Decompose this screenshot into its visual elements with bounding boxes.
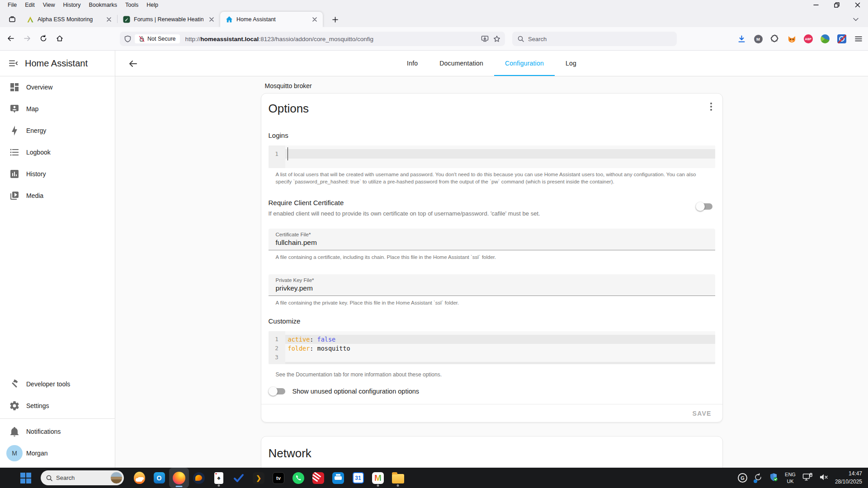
taskbar-search[interactable]: Search <box>41 470 124 485</box>
shield-icon[interactable] <box>124 35 131 42</box>
addon-header: Info Documentation Configuration Log <box>115 51 868 76</box>
tray-clock[interactable]: 14:47 28/10/2025 <box>835 470 862 486</box>
firefox-view-button[interactable] <box>5 14 19 25</box>
customize-editor[interactable]: 1 2 3 active: false folder: mosquitto <box>269 331 715 364</box>
save-button[interactable]: SAVE <box>689 408 715 419</box>
home-button[interactable] <box>52 31 67 46</box>
url-host: homeassistant.local <box>200 36 259 42</box>
certificate-file-field[interactable]: Certificate File* fullchain.pem <box>269 229 715 250</box>
close-icon <box>209 17 214 22</box>
not-secure-chip[interactable]: Not Secure <box>135 34 180 43</box>
taskbar-app-file-explorer[interactable] <box>388 468 408 488</box>
account-button[interactable]: M <box>753 34 763 44</box>
reload-button[interactable] <box>36 31 51 46</box>
search-bar[interactable]: Search <box>512 32 677 46</box>
list-all-tabs-button[interactable] <box>850 14 862 25</box>
tab-close-button[interactable] <box>207 15 216 24</box>
window-close-button[interactable] <box>847 0 868 10</box>
taskbar-app-whatsapp[interactable] <box>288 468 308 488</box>
tab-configuration[interactable]: Configuration <box>494 51 555 76</box>
tab-documentation[interactable]: Documentation <box>429 51 494 76</box>
tab-info[interactable]: Info <box>396 51 429 76</box>
address-bar[interactable]: Not Secure http://homeassistant.local:81… <box>120 32 505 46</box>
taskbar-app-thunderbird[interactable] <box>189 468 209 488</box>
taskbar-app-apple-tv[interactable]: tv <box>269 468 288 488</box>
idm-button[interactable] <box>820 34 830 44</box>
show-unused-options-toggle[interactable] <box>270 388 285 394</box>
minimize-icon <box>813 2 819 8</box>
downloads-button[interactable] <box>736 34 746 44</box>
taskbar-app-google-calendar[interactable]: 31 <box>348 468 368 488</box>
tray-network-icon[interactable] <box>802 473 812 483</box>
taskbar-app-red[interactable] <box>308 468 328 488</box>
home-assistant-app: Home Assistant Overview Map Energy Logbo… <box>0 51 868 468</box>
editor-padding <box>285 362 715 364</box>
tab-close-button[interactable] <box>310 15 319 24</box>
hamburger-menu-icon <box>855 36 862 42</box>
back-button[interactable] <box>4 31 18 46</box>
menu-bookmarks[interactable]: Bookmarks <box>85 1 121 9</box>
content-blocker-button[interactable] <box>837 34 847 44</box>
taskbar-app-outlook[interactable]: O <box>149 468 169 488</box>
tab-title: Home Assistant <box>236 16 307 23</box>
sidebar-item-energy[interactable]: Energy <box>0 120 115 141</box>
sidebar-item-notifications[interactable]: Notifications <box>0 421 115 442</box>
menu-help[interactable]: Help <box>142 1 162 9</box>
tray-language-switcher[interactable]: ENG UK <box>785 471 796 484</box>
menu-view[interactable]: View <box>39 1 59 9</box>
sync-badge <box>754 479 757 483</box>
adblock-plus-button[interactable]: ABP <box>803 34 813 44</box>
speaker-mute-icon <box>819 473 828 481</box>
menu-history[interactable]: History <box>59 1 85 9</box>
tray-g-app-icon[interactable]: G <box>738 473 747 483</box>
save-page-icon[interactable] <box>481 35 489 42</box>
taskbar-app-gmail[interactable]: M <box>368 468 388 488</box>
privacy-badger-button[interactable] <box>787 34 797 44</box>
taskbar-app-plex[interactable]: ❯ <box>249 468 269 488</box>
taskbar-app-printer[interactable] <box>328 468 348 488</box>
url-text: http://homeassistant.local:8123/hassio/a… <box>185 36 374 42</box>
menu-file[interactable]: File <box>4 1 21 9</box>
sidebar-user-profile[interactable]: M Morgan <box>0 442 115 464</box>
require-cert-toggle[interactable] <box>697 203 712 210</box>
app-menu-button[interactable] <box>854 34 863 44</box>
overflow-menu-button[interactable] <box>705 101 717 113</box>
start-button[interactable] <box>17 469 34 487</box>
tray-volume-muted-icon[interactable] <box>819 473 828 483</box>
window-minimize-button[interactable] <box>806 0 826 10</box>
forward-button[interactable] <box>20 31 34 46</box>
bookmark-star-icon[interactable] <box>493 35 500 42</box>
window-restore-button[interactable] <box>826 0 847 10</box>
menu-edit[interactable]: Edit <box>21 1 39 9</box>
sidebar-item-developer-tools[interactable]: Developer tools <box>0 373 115 395</box>
sidebar-item-history[interactable]: History <box>0 163 115 185</box>
code-token: : <box>310 345 317 352</box>
taskbar-app-weather[interactable] <box>129 468 149 488</box>
addon-back-button[interactable] <box>126 57 140 70</box>
tray-sync-icon[interactable] <box>754 473 762 483</box>
sidebar-toggle-button[interactable] <box>8 58 19 69</box>
menu-tools[interactable]: Tools <box>121 1 142 9</box>
logins-label: Logins <box>269 131 715 139</box>
sidebar-item-settings[interactable]: Settings <box>0 395 115 417</box>
sidebar-item-overview[interactable]: Overview <box>0 76 115 98</box>
new-tab-button[interactable] <box>329 14 341 25</box>
browser-tab-alpha-ess[interactable]: Alpha ESS Monitoring <box>21 12 117 27</box>
certificate-file-helper: A file containing a certificate, includi… <box>276 253 698 261</box>
tray-security-icon[interactable] <box>769 473 778 483</box>
browser-tab-home-assistant[interactable]: Home Assistant <box>220 12 323 27</box>
tab-close-button[interactable] <box>104 15 113 24</box>
taskbar-app-solitaire[interactable]: ♠ <box>209 468 229 488</box>
browser-tab-forums[interactable]: Forums | Renewable Heating Hu <box>118 12 220 27</box>
private-key-file-field[interactable]: Private Key File* privkey.pem <box>269 274 715 296</box>
extensions-button[interactable] <box>770 34 780 44</box>
tab-label: Info <box>407 60 418 67</box>
logins-editor[interactable]: 1 <box>269 145 715 168</box>
tab-log[interactable]: Log <box>555 51 587 76</box>
sidebar-item-logbook[interactable]: Logbook <box>0 141 115 163</box>
sidebar-item-label: Overview <box>26 84 52 91</box>
taskbar-app-firefox[interactable] <box>169 468 189 488</box>
sidebar-item-map[interactable]: Map <box>0 98 115 120</box>
sidebar-item-media[interactable]: Media <box>0 185 115 206</box>
taskbar-app-todo[interactable] <box>229 468 249 488</box>
